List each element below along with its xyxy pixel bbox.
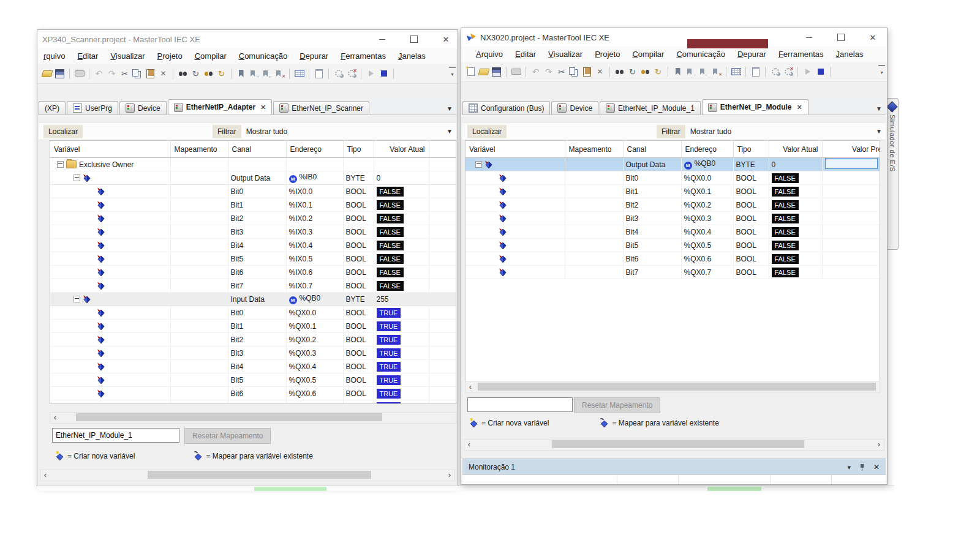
table-row[interactable]: Bit2%QX0.2BOOLFALSE (466, 198, 880, 212)
expand-toggle[interactable] (74, 174, 80, 181)
tab-close-icon[interactable]: ✕ (797, 103, 802, 111)
filter-dropdown-icon[interactable]: ▼ (876, 128, 882, 135)
undo-icon[interactable] (530, 66, 541, 78)
filter-value[interactable]: Mostrar tudo (246, 127, 287, 136)
table-row[interactable]: Bit7%IX0.7BOOLFALSE (50, 279, 456, 293)
save-icon[interactable] (54, 68, 66, 80)
table-header-row[interactable]: VariávelMapeamentoCanalEndereçoTipoValor… (50, 141, 456, 158)
scroll-left-icon[interactable]: ‹ (40, 470, 50, 479)
tab-userprg[interactable]: UserPrg (67, 101, 118, 114)
tab-ethernet-ip-scanner[interactable]: EtherNet_IP_Scanner (273, 101, 369, 114)
scroll-left-icon[interactable]: ‹ (466, 382, 475, 391)
filtrar-button[interactable]: Filtrar (213, 125, 241, 138)
scrollbar-thumb[interactable] (148, 471, 371, 479)
monitoring-panel-header[interactable]: Monitoração 1 (462, 459, 886, 475)
gearx-icon[interactable] (345, 68, 357, 80)
column-header-canal[interactable]: Canal (228, 141, 286, 158)
column-header-mapeamento[interactable]: Mapeamento (565, 141, 623, 158)
bookmark-icon[interactable] (672, 66, 684, 78)
table-hscrollbar[interactable]: ‹ (50, 412, 456, 424)
cut-icon[interactable] (119, 68, 130, 80)
bottom-hscrollbar[interactable]: ‹ › (40, 470, 455, 481)
copy-icon[interactable] (132, 68, 143, 80)
bookmark-icon[interactable] (235, 68, 247, 80)
flag2-icon[interactable] (261, 68, 273, 80)
flag1-icon[interactable] (685, 66, 696, 78)
pin-icon[interactable] (859, 463, 865, 471)
flag3-icon[interactable] (710, 66, 722, 78)
table-row[interactable]: Bit2%QX0.2BOOLTRUE (50, 333, 456, 347)
tab-list-dropdown-icon[interactable]: ▼ (876, 105, 886, 114)
table-row[interactable]: Bit1%QX0.1BOOLFALSE (466, 185, 880, 198)
table-row[interactable]: Bit0%QX0.0BOOLTRUE (50, 306, 456, 320)
menu-projeto[interactable]: Projeto (589, 48, 626, 60)
expand-toggle[interactable] (57, 161, 64, 168)
table-row[interactable]: Bit7%QX0.7BOOLFALSE (466, 266, 880, 279)
tab-xp[interactable]: (XP) (39, 101, 66, 114)
table-row[interactable]: Bit2%IX0.2BOOLFALSE (50, 212, 456, 225)
scrollbar-thumb[interactable] (76, 413, 382, 421)
copy-icon[interactable] (568, 66, 580, 78)
menu-comunica-o[interactable]: Comunicação (670, 48, 731, 60)
stop-icon[interactable] (378, 68, 390, 80)
minimize-icon[interactable] (801, 31, 817, 44)
menu-editar[interactable]: Editar (71, 50, 104, 62)
table-row[interactable]: Bit6%IX0.6BOOLFALSE (50, 266, 456, 279)
column-header-canal[interactable]: Canal (623, 141, 681, 158)
reset-mapping-button[interactable]: Resetar Mapeamento (574, 397, 660, 413)
column-header-valor-prepa[interactable]: Valor Prepa (822, 141, 880, 158)
menu-arquivo[interactable]: Arquivo (470, 48, 509, 60)
column-header-valo[interactable]: Valo (429, 141, 456, 158)
module-name-input[interactable] (467, 397, 573, 412)
panel-close-icon[interactable] (873, 463, 880, 471)
replace2-icon[interactable] (216, 68, 227, 80)
menu-visualizar[interactable]: Visualizar (104, 50, 151, 62)
column-header-mapeamento[interactable]: Mapeamento (170, 141, 228, 158)
simulator-side-tab[interactable]: Simulador de E/S (886, 98, 899, 250)
menu-janelas[interactable]: Janelas (830, 48, 870, 60)
replace-icon[interactable] (627, 66, 638, 78)
table-header-row[interactable]: VariávelMapeamentoCanalEndereçoTipoValor… (466, 141, 880, 158)
close-icon[interactable] (865, 31, 881, 44)
tab-ethernet-ip-module[interactable]: EtherNet_IP_Module✕ (702, 99, 809, 114)
table-hscrollbar[interactable]: ‹ (465, 381, 880, 393)
new-icon[interactable] (465, 66, 477, 78)
flag1-icon[interactable] (248, 68, 260, 80)
reset-mapping-button[interactable]: Resetar Mapeamento (184, 428, 271, 444)
close-icon[interactable] (438, 32, 454, 46)
maximize-icon[interactable] (406, 32, 422, 46)
clipboard-icon[interactable] (313, 68, 325, 80)
filtrar-button[interactable]: Filtrar (657, 125, 685, 138)
paste-icon[interactable] (145, 68, 156, 80)
table-row[interactable]: Bit3%QX0.3BOOLFALSE (466, 212, 880, 225)
table-row[interactable]: Bit1%QX0.1BOOLTRUE (50, 320, 456, 333)
table-row[interactable]: Bit5%QX0.5BOOLFALSE (466, 239, 880, 252)
tab-configuration-bus[interactable]: Configuration (Bus) (462, 101, 550, 114)
toolbar-overflow-icon[interactable]: ▾ (449, 67, 456, 80)
find2-icon[interactable] (639, 66, 651, 78)
filter-dropdown-icon[interactable]: ▼ (447, 128, 453, 135)
column-header-vari-vel[interactable]: Variável (50, 141, 170, 158)
menu-depurar[interactable]: Depurar (731, 48, 772, 60)
column-header-endere-o[interactable]: Endereço (286, 141, 343, 158)
menu-editar[interactable]: Editar (509, 48, 542, 60)
grid-icon[interactable] (293, 68, 305, 80)
bottom-hscrollbar[interactable]: ‹ › (464, 439, 884, 451)
grid-icon[interactable] (730, 66, 742, 78)
table-row[interactable]: Bit4%IX0.4BOOLFALSE (50, 239, 456, 252)
print-icon[interactable] (74, 68, 85, 80)
menu-depurar[interactable]: Depurar (293, 50, 334, 62)
table-row[interactable]: Bit7%QX0.7BOOLTRUE (50, 400, 456, 405)
tab-close-icon[interactable]: ✕ (260, 103, 266, 111)
play-icon[interactable] (365, 68, 377, 80)
menu-compilar[interactable]: Compilar (626, 48, 670, 60)
gearx-icon[interactable] (782, 66, 794, 78)
menu-projeto[interactable]: Projeto (151, 50, 189, 62)
flag2-icon[interactable] (698, 66, 709, 78)
column-header-vari-vel[interactable]: Variável (466, 141, 565, 158)
tab-ethernet-ip-module-1[interactable]: EtherNet_IP_Module_1 (600, 101, 701, 114)
table-row[interactable]: Input Data%QB0BYTE255 (50, 293, 456, 306)
prepared-value-input[interactable] (825, 158, 878, 169)
find-icon[interactable] (177, 68, 189, 80)
flag3-icon[interactable] (274, 68, 285, 80)
